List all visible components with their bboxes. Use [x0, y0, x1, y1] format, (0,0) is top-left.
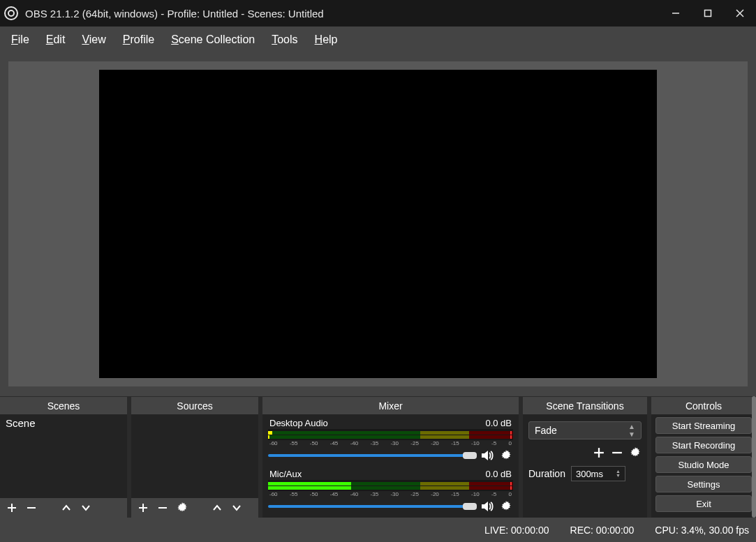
menubar: File Edit View Profile Scene Collection … — [0, 27, 756, 53]
bottom-panels: Scenes Scene Sources — [0, 396, 756, 518]
mixer-volume-slider[interactable] — [268, 505, 477, 508]
controls-panel: Controls Start Streaming Start Recording… — [651, 396, 756, 518]
scenes-body: Scene — [0, 414, 127, 518]
menu-edit[interactable]: Edit — [38, 31, 74, 49]
sources-header: Sources — [131, 396, 258, 414]
sources-panel: Sources — [131, 396, 258, 518]
preview-wrap — [0, 53, 756, 396]
exit-button[interactable]: Exit — [655, 495, 752, 512]
menu-help[interactable]: Help — [306, 31, 346, 49]
source-move-down-button[interactable] — [230, 502, 243, 514]
scenes-toolbar — [0, 498, 127, 518]
maximize-button[interactable] — [692, 0, 724, 27]
preview-canvas[interactable] — [99, 70, 657, 378]
gear-icon[interactable] — [499, 449, 513, 462]
menu-file[interactable]: File — [3, 31, 38, 49]
speaker-icon[interactable] — [481, 499, 495, 513]
sources-toolbar — [131, 498, 258, 518]
add-scene-button[interactable] — [6, 502, 18, 514]
studio-mode-button[interactable]: Studio Mode — [655, 456, 752, 473]
status-rec: REC: 00:00:00 — [570, 525, 635, 536]
menu-view[interactable]: View — [73, 31, 114, 49]
mixer-volume-slider[interactable] — [268, 454, 477, 457]
transitions-header: Scene Transitions — [523, 396, 647, 414]
status-cpu: CPU: 3.4%, 30.00 fps — [655, 525, 749, 536]
controls-header: Controls — [651, 396, 756, 414]
scene-item[interactable]: Scene — [0, 414, 127, 432]
svg-marker-11 — [482, 451, 488, 460]
chevron-updown-icon: ▲▼ — [628, 423, 635, 438]
mixer-channel-level: 0.0 dB — [485, 469, 512, 479]
mixer-panel: Mixer Desktop Audio 0.0 dB -60-55-50-45-… — [262, 396, 519, 518]
spinner-buttons[interactable]: ▲▼ — [616, 469, 621, 478]
minimize-button[interactable] — [660, 0, 692, 27]
add-transition-button[interactable] — [593, 446, 605, 459]
meter-ticks: -60-55-50-45-40-35-30-25-20-15-10-50 — [268, 440, 513, 447]
controls-body: Start Streaming Start Recording Studio M… — [651, 414, 756, 518]
transitions-panel: Scene Transitions Fade ▲▼ Duration 300ms… — [523, 396, 647, 518]
settings-button[interactable]: Settings — [655, 476, 752, 492]
svg-rect-1 — [705, 10, 711, 17]
transition-duration-input[interactable]: 300ms ▲▼ — [571, 466, 625, 481]
mixer-channel-name: Desktop Audio — [269, 418, 328, 428]
mixer-channel-desktop-audio: Desktop Audio 0.0 dB -60-55-50-45-40-35-… — [268, 417, 513, 467]
transition-select[interactable]: Fade ▲▼ — [528, 421, 642, 439]
status-live: LIVE: 00:00:00 — [484, 525, 549, 536]
window-title: OBS 21.1.2 (64bit, windows) - Profile: U… — [25, 8, 660, 20]
mixer-channel-level: 0.0 dB — [485, 418, 512, 428]
sources-list[interactable] — [131, 414, 258, 498]
mixer-meter — [268, 429, 513, 440]
remove-scene-button[interactable] — [25, 502, 38, 514]
mixer-channel-name: Mic/Aux — [269, 469, 302, 479]
remove-transition-button[interactable] — [611, 446, 623, 459]
app-icon — [4, 6, 18, 20]
meter-ticks: -60-55-50-45-40-35-30-25-20-15-10-50 — [268, 491, 513, 498]
start-streaming-button[interactable]: Start Streaming — [655, 417, 752, 434]
statusbar: LIVE: 00:00:00 REC: 00:00:00 CPU: 3.4%, … — [0, 518, 756, 542]
scenes-list[interactable]: Scene — [0, 414, 127, 498]
transition-selected: Fade — [535, 425, 557, 436]
mixer-meter — [268, 480, 513, 491]
transitions-body: Fade ▲▼ Duration 300ms ▲▼ — [523, 414, 647, 518]
source-move-up-button[interactable] — [211, 502, 223, 514]
sources-body — [131, 414, 258, 518]
titlebar: OBS 21.1.2 (64bit, windows) - Profile: U… — [0, 0, 756, 27]
scene-move-up-button[interactable] — [60, 502, 73, 514]
scenes-header: Scenes — [0, 396, 127, 414]
svg-marker-13 — [482, 502, 488, 511]
mixer-body: Desktop Audio 0.0 dB -60-55-50-45-40-35-… — [262, 414, 519, 518]
menu-profile[interactable]: Profile — [114, 31, 163, 49]
gear-icon[interactable] — [499, 499, 513, 513]
scenes-panel: Scenes Scene — [0, 396, 127, 518]
preview-background — [8, 61, 748, 386]
close-button[interactable] — [724, 0, 756, 27]
mixer-channel-mic-aux: Mic/Aux 0.0 dB -60-55-50-45-40-35-30-25-… — [268, 468, 513, 518]
speaker-icon[interactable] — [481, 449, 495, 462]
menu-scene-collection[interactable]: Scene Collection — [163, 31, 263, 49]
mixer-header: Mixer — [262, 396, 519, 414]
transition-duration-value: 300ms — [576, 469, 603, 479]
scene-move-down-button[interactable] — [80, 502, 92, 514]
transition-duration-label: Duration — [528, 468, 565, 479]
source-properties-button[interactable] — [176, 502, 188, 514]
remove-source-button[interactable] — [156, 502, 169, 514]
panels-scrollbar[interactable] — [752, 396, 756, 518]
menu-tools[interactable]: Tools — [263, 31, 306, 49]
transition-properties-button[interactable] — [629, 446, 642, 459]
start-recording-button[interactable]: Start Recording — [655, 437, 752, 453]
add-source-button[interactable] — [137, 502, 149, 514]
